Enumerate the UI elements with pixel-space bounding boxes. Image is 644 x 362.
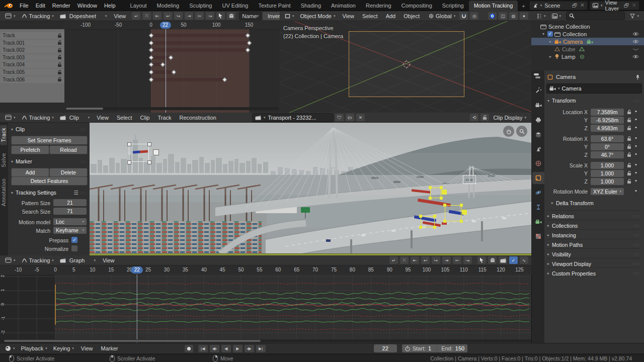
panel-instancing[interactable]: ▸Instancing:::: bbox=[547, 229, 641, 239]
add-workspace-button[interactable]: + bbox=[518, 2, 529, 11]
properties-tab-view-layer-icon[interactable] bbox=[532, 128, 544, 140]
panel-custom-properties[interactable]: ▸Custom Properties:::: bbox=[547, 267, 641, 277]
clip-datablock-selector[interactable]: ▾Transport - 23232... bbox=[252, 113, 334, 122]
prev-frame-button[interactable]: ◀ bbox=[221, 345, 231, 352]
expander-icon[interactable]: ▸ bbox=[549, 54, 554, 59]
lock-icon[interactable] bbox=[627, 126, 631, 131]
button-detect-features[interactable]: Detect Features bbox=[11, 176, 88, 186]
editor-type-icon[interactable]: ▾ bbox=[3, 12, 18, 20]
side-tab-track[interactable]: Track bbox=[0, 125, 7, 145]
marker-corner-handle[interactable] bbox=[419, 226, 422, 229]
properties-tab-physics-icon[interactable] bbox=[532, 187, 544, 199]
shading-solid-icon[interactable]: ● bbox=[520, 12, 528, 20]
marker-offset-handle[interactable] bbox=[153, 149, 159, 155]
workspace-tab-shading[interactable]: Shading bbox=[296, 1, 326, 11]
lock-icon[interactable] bbox=[57, 33, 62, 38]
workspace-tab-texture-paint[interactable]: Texture Paint bbox=[253, 1, 295, 11]
new-layer-icon[interactable]: 🗗 bbox=[624, 3, 629, 9]
collection-checkbox[interactable]: ✓ bbox=[547, 31, 553, 37]
workspace-tab-sculpting[interactable]: Sculpting bbox=[184, 1, 217, 11]
playback-dropdown[interactable]: Playback▾ bbox=[19, 344, 50, 353]
track-channel[interactable]: Track bbox=[1, 32, 64, 39]
interpolation-icon[interactable]: ↝ bbox=[206, 12, 214, 20]
open-clip-icon[interactable]: 🗁 bbox=[346, 114, 354, 121]
transform-panel-header[interactable]: ▾Transform:::: bbox=[547, 97, 641, 105]
lock-icon[interactable] bbox=[57, 40, 62, 45]
onion-skin-icon[interactable] bbox=[488, 256, 497, 264]
marker-corner-handle[interactable] bbox=[419, 215, 422, 218]
setting-dropdown[interactable]: Loc▾ bbox=[53, 218, 87, 225]
blender-logo-icon[interactable] bbox=[5, 2, 13, 9]
outliner-item-scene-collection[interactable]: Scene Collection bbox=[531, 23, 644, 30]
jump-last-icon[interactable]: ⇥ bbox=[185, 12, 193, 20]
animate-dot-icon[interactable]: • bbox=[635, 161, 637, 167]
lock-icon[interactable] bbox=[627, 179, 631, 184]
jump-end-button[interactable]: ▶| bbox=[256, 345, 266, 352]
current-frame-input[interactable]: 22 bbox=[374, 344, 397, 352]
graph-canvas[interactable]: 210-1-2 bbox=[0, 275, 532, 343]
marker-corner-handle[interactable] bbox=[433, 215, 436, 218]
lock-icon[interactable] bbox=[57, 77, 62, 82]
workspace-tab-layout[interactable]: Layout bbox=[125, 1, 152, 11]
snap-keys-icon[interactable]: ⤫ bbox=[142, 12, 151, 20]
delete-keyframes-icon[interactable]: ✂ bbox=[453, 256, 461, 264]
object-mode-dropdown[interactable]: Object Mode▾ bbox=[298, 12, 338, 20]
interpolation-icon[interactable]: ↝ bbox=[463, 256, 472, 264]
menu-viewport-add[interactable]: Add bbox=[382, 11, 399, 21]
timeline-editor-icon[interactable]: ▾ bbox=[3, 344, 18, 353]
menu-topbar-render[interactable]: Render bbox=[49, 1, 74, 11]
copy-keyframes-icon[interactable]: ↵ bbox=[389, 256, 398, 264]
marker-corner-handle[interactable] bbox=[443, 220, 446, 223]
lock-icon[interactable] bbox=[57, 70, 62, 75]
mode-selector-dopesheet[interactable]: Tracking▾ bbox=[19, 12, 56, 20]
overlays-dropdown-icon[interactable]: ◫ bbox=[499, 12, 507, 20]
lock-icon[interactable] bbox=[627, 110, 631, 115]
lock-icon[interactable] bbox=[627, 171, 631, 176]
lock-icon[interactable] bbox=[627, 118, 631, 123]
jump-last-icon[interactable]: ⇥ bbox=[442, 256, 451, 264]
onion-skin-icon[interactable] bbox=[227, 12, 235, 20]
marker-pattern-box[interactable] bbox=[129, 144, 149, 162]
zoom-gizmo[interactable] bbox=[516, 126, 527, 137]
menu-viewport-view[interactable]: View bbox=[339, 11, 358, 21]
transform-value-input[interactable]: 63.6° bbox=[591, 135, 624, 142]
eye-icon[interactable] bbox=[632, 32, 639, 36]
graph-hscroll-thumb[interactable] bbox=[4, 340, 261, 342]
clip-display-dropdown[interactable]: Clip Display▾ bbox=[491, 113, 529, 122]
eye-icon[interactable] bbox=[632, 39, 639, 44]
use-preview-range-icon[interactable] bbox=[405, 346, 410, 351]
menu-timeline-marker[interactable]: Marker bbox=[97, 343, 121, 353]
panel-collections[interactable]: ▸Collections:::: bbox=[547, 220, 641, 229]
next-keyframe-button[interactable]: •▶ bbox=[245, 345, 254, 352]
eye-icon[interactable] bbox=[632, 54, 639, 59]
scene-selector[interactable]: ▾ Scene 🗗 ✕ bbox=[529, 1, 588, 10]
copy-keyframes-icon[interactable]: ↵ bbox=[132, 12, 140, 20]
viewport-3d[interactable]: Camera Perspective (22) Collection | Cam… bbox=[280, 21, 532, 113]
expander-icon[interactable]: ▸ bbox=[549, 39, 554, 44]
scene-name[interactable]: Scene bbox=[544, 3, 570, 9]
track-channel[interactable]: Track.005 bbox=[1, 69, 64, 75]
pan-gizmo[interactable] bbox=[503, 126, 514, 137]
name-filter-input[interactable]: Name▾ bbox=[239, 12, 262, 20]
transform-value-input[interactable]: -6.9258m bbox=[591, 117, 624, 124]
setting-value-input[interactable]: 21 bbox=[53, 199, 87, 206]
eye-icon[interactable] bbox=[632, 47, 639, 51]
workspace-tab-uv-editing[interactable]: UV Editing bbox=[217, 1, 253, 11]
outliner-item-cube[interactable]: Cube bbox=[531, 45, 644, 53]
workspace-tab-modeling[interactable]: Modeling bbox=[152, 1, 185, 11]
panel-motion-paths[interactable]: ▸Motion Paths:::: bbox=[547, 239, 641, 248]
lock-icon[interactable] bbox=[627, 144, 631, 149]
remove-layer-icon[interactable]: ✕ bbox=[632, 2, 636, 9]
mode-selector-graph[interactable]: Tracking▾ bbox=[19, 256, 56, 264]
menu-dopesheet-view[interactable]: View bbox=[111, 11, 130, 21]
outliner-display-mode-icon[interactable]: ▾ bbox=[534, 12, 548, 20]
transform-value-input[interactable]: 4.9583m bbox=[591, 125, 624, 132]
delete-keyframes-icon[interactable]: ✂ bbox=[195, 12, 204, 20]
marker-corner-handle[interactable] bbox=[443, 204, 446, 207]
outliner-item-camera[interactable]: ▸Camera bbox=[531, 38, 644, 45]
fake-user-shield-icon[interactable]: 🛡 bbox=[335, 114, 344, 121]
snap-magnet-icon[interactable] bbox=[459, 12, 468, 20]
workspace-tab-motion-tracking[interactable]: Motion Tracking bbox=[469, 1, 518, 11]
record-button[interactable] bbox=[185, 345, 193, 352]
transform-value-input[interactable]: 1.000 bbox=[591, 178, 624, 185]
